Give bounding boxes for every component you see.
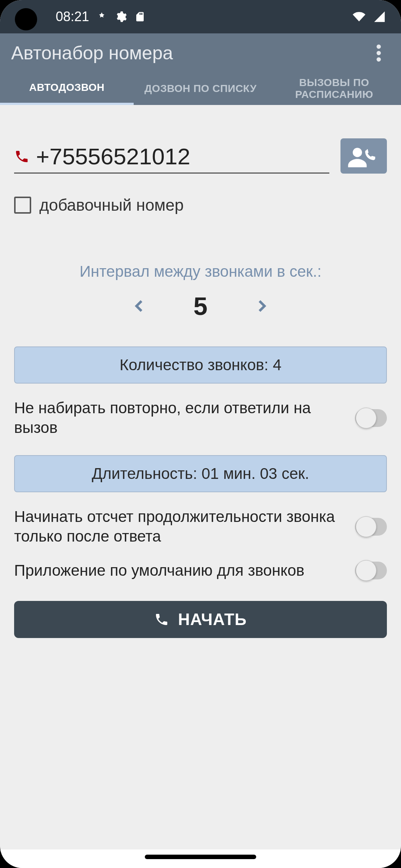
setting-label: Не набирать повторно, если ответили на в…	[14, 398, 344, 437]
location-icon	[97, 11, 107, 22]
tab-label: АВТОДОЗВОН	[29, 82, 105, 93]
start-button-label: НАЧАТЬ	[178, 610, 247, 629]
duration-text: Длительность: 01 мин. 03 сек.	[92, 465, 309, 482]
contact-phone-icon	[347, 143, 381, 169]
default-app-toggle[interactable]	[355, 562, 387, 579]
extension-row[interactable]: добавочный номер	[14, 196, 387, 214]
setting-label: Начинать отсчет продолжительности звонка…	[14, 507, 344, 546]
status-right	[351, 10, 386, 23]
content: добавочный номер Интервал между звонками…	[0, 138, 401, 638]
interval-label: Интервал между звонками в сек.:	[14, 263, 387, 280]
cellular-icon	[373, 10, 386, 23]
overflow-menu-button[interactable]	[368, 42, 390, 64]
tab-bar: АВТОДОЗВОН ДОЗВОН ПО СПИСКУ ВЫЗОВЫ ПО РА…	[0, 72, 401, 105]
gear-icon	[114, 10, 127, 23]
svg-point-3	[353, 148, 362, 157]
device-frame: 08:21 Автонабор номера АВТОДОЗВОН ДОЗВОН…	[0, 0, 401, 868]
start-button[interactable]: НАЧАТЬ	[14, 601, 387, 638]
svg-point-0	[376, 45, 381, 49]
interval-increment-button[interactable]	[252, 297, 271, 315]
duration-chip[interactable]: Длительность: 01 мин. 03 сек.	[14, 455, 387, 492]
phone-input-wrap	[14, 139, 329, 174]
svg-point-1	[376, 51, 381, 55]
extension-label: добавочный номер	[39, 196, 184, 214]
setting-label: Приложение по умолчанию для звонков	[14, 561, 344, 581]
interval-value: 5	[193, 292, 208, 320]
extension-checkbox[interactable]	[14, 197, 31, 214]
toggle-knob	[356, 516, 376, 537]
tab-dial-list[interactable]: ДОЗВОН ПО СПИСКУ	[134, 72, 267, 105]
calls-count-text: Количество звонков: 4	[120, 356, 281, 374]
no-redial-toggle[interactable]	[355, 409, 387, 427]
home-indicator[interactable]	[145, 855, 256, 859]
page-title: Автонабор номера	[11, 42, 173, 64]
tab-label: ВЫЗОВЫ ПО РАСПИСАНИЮ	[271, 77, 397, 101]
toggle-knob	[356, 408, 376, 428]
interval-decrement-button[interactable]	[130, 297, 149, 315]
setting-default-app: Приложение по умолчанию для звонков	[14, 561, 387, 581]
chevron-right-icon	[254, 297, 269, 315]
status-left: 08:21	[56, 9, 146, 24]
status-time: 08:21	[56, 9, 89, 24]
calls-count-chip[interactable]: Количество звонков: 4	[14, 346, 387, 384]
phone-icon	[14, 148, 29, 165]
phone-input[interactable]	[36, 143, 329, 170]
phone-icon	[154, 612, 169, 627]
camera-hole	[15, 8, 37, 30]
pick-contact-button[interactable]	[340, 138, 387, 174]
tab-label: ДОЗВОН ПО СПИСКУ	[144, 83, 257, 95]
wifi-icon	[351, 10, 367, 23]
start-after-answer-toggle[interactable]	[355, 518, 387, 536]
app-bar: Автонабор номера	[0, 33, 401, 72]
tab-scheduled[interactable]: ВЫЗОВЫ ПО РАСПИСАНИЮ	[267, 72, 401, 105]
setting-start-after-answer: Начинать отсчет продолжительности звонка…	[14, 507, 387, 546]
interval-stepper: 5	[14, 292, 387, 320]
setting-no-redial: Не набирать повторно, если ответили на в…	[14, 398, 387, 437]
more-vert-icon	[376, 45, 381, 62]
phone-row	[14, 138, 387, 174]
status-bar: 08:21	[0, 0, 401, 33]
tab-autodial[interactable]: АВТОДОЗВОН	[0, 72, 134, 105]
chevron-left-icon	[132, 297, 147, 315]
svg-point-2	[376, 57, 381, 62]
sd-card-icon	[134, 10, 146, 23]
toggle-knob	[356, 560, 376, 581]
